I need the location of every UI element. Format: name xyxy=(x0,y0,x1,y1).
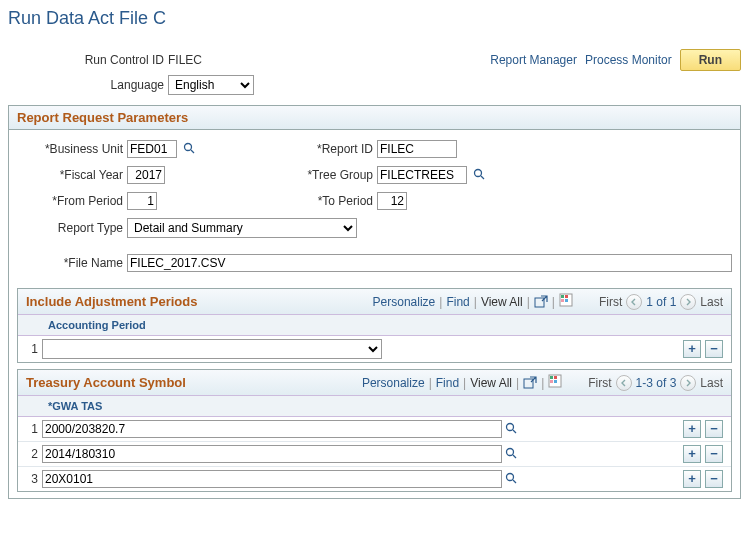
svg-rect-12 xyxy=(550,376,553,379)
report-manager-link[interactable]: Report Manager xyxy=(490,53,577,67)
adjustment-grid-title: Include Adjustment Periods xyxy=(26,294,197,309)
add-row-button[interactable]: + xyxy=(683,340,701,358)
report-id-input[interactable] xyxy=(377,140,457,158)
add-row-button[interactable]: + xyxy=(683,420,701,438)
nav-counter: 1 of 1 xyxy=(646,295,676,309)
svg-line-21 xyxy=(513,480,516,483)
page-title: Run Data Act File C xyxy=(8,8,741,29)
lookup-icon[interactable] xyxy=(505,447,517,462)
svg-rect-10 xyxy=(524,379,533,388)
svg-rect-13 xyxy=(554,376,557,379)
report-request-parameters-group: Report Request Parameters *Business Unit… xyxy=(8,105,741,499)
svg-rect-15 xyxy=(554,380,557,383)
tree-group-label: *Tree Group xyxy=(267,168,377,182)
svg-line-1 xyxy=(191,150,194,153)
report-type-select[interactable]: Detail and Summary xyxy=(127,218,357,238)
gwa-tas-input[interactable] xyxy=(42,420,502,438)
file-name-label: *File Name xyxy=(17,256,127,270)
file-name-input[interactable] xyxy=(127,254,732,272)
prev-button[interactable] xyxy=(616,375,632,391)
next-button[interactable] xyxy=(680,294,696,310)
language-select[interactable]: English xyxy=(168,75,254,95)
nav-counter: 1-3 of 3 xyxy=(636,376,677,390)
delete-row-button[interactable]: − xyxy=(705,445,723,463)
accounting-period-select[interactable] xyxy=(42,339,382,359)
to-period-input[interactable] xyxy=(377,192,407,210)
delete-row-button[interactable]: − xyxy=(705,470,723,488)
personalize-link[interactable]: Personalize xyxy=(362,376,425,390)
process-monitor-link[interactable]: Process Monitor xyxy=(585,53,672,67)
row-number: 2 xyxy=(22,447,42,461)
to-period-label: *To Period xyxy=(267,194,377,208)
lookup-icon[interactable] xyxy=(505,472,517,487)
svg-rect-6 xyxy=(561,295,564,298)
svg-point-2 xyxy=(475,170,482,177)
svg-point-20 xyxy=(507,473,514,480)
last-label: Last xyxy=(700,376,723,390)
add-row-button[interactable]: + xyxy=(683,445,701,463)
adjustment-periods-grid: Include Adjustment Periods Personalize |… xyxy=(17,288,732,363)
tas-grid-title: Treasury Account Symbol xyxy=(26,375,186,390)
add-row-button[interactable]: + xyxy=(683,470,701,488)
run-button[interactable]: Run xyxy=(680,49,741,71)
delete-row-button[interactable]: − xyxy=(705,340,723,358)
first-label: First xyxy=(588,376,611,390)
from-period-label: *From Period xyxy=(17,194,127,208)
svg-point-16 xyxy=(507,423,514,430)
grid-row: 1 + − xyxy=(18,417,731,441)
zoom-icon[interactable] xyxy=(523,376,537,390)
accounting-period-header: Accounting Period xyxy=(26,319,146,331)
business-unit-label: *Business Unit xyxy=(17,142,127,156)
row-number: 3 xyxy=(22,472,42,486)
svg-line-3 xyxy=(481,176,484,179)
lookup-icon[interactable] xyxy=(473,168,485,183)
lookup-icon[interactable] xyxy=(505,422,517,437)
gwa-tas-input[interactable] xyxy=(42,470,502,488)
lookup-icon[interactable] xyxy=(183,142,195,157)
svg-rect-4 xyxy=(535,298,544,307)
group-header: Report Request Parameters xyxy=(9,106,740,130)
download-icon[interactable] xyxy=(548,374,562,391)
grid-row: 2 + − xyxy=(18,441,731,466)
row-number: 1 xyxy=(22,342,42,356)
business-unit-input[interactable] xyxy=(127,140,177,158)
report-type-label: Report Type xyxy=(17,221,127,235)
prev-button[interactable] xyxy=(626,294,642,310)
row-number: 1 xyxy=(22,422,42,436)
fiscal-year-label: *Fiscal Year xyxy=(17,168,127,182)
svg-rect-7 xyxy=(565,295,568,298)
language-label: Language xyxy=(8,78,168,92)
next-button[interactable] xyxy=(680,375,696,391)
fiscal-year-input[interactable] xyxy=(127,166,165,184)
treasury-account-symbol-grid: Treasury Account Symbol Personalize | Fi… xyxy=(17,369,732,492)
view-all-label: View All xyxy=(481,295,523,309)
first-label: First xyxy=(599,295,622,309)
delete-row-button[interactable]: − xyxy=(705,420,723,438)
grid-row: 3 + − xyxy=(18,466,731,491)
svg-point-18 xyxy=(507,448,514,455)
find-link[interactable]: Find xyxy=(436,376,459,390)
svg-line-19 xyxy=(513,455,516,458)
run-control-id-label: Run Control ID xyxy=(8,53,168,67)
svg-rect-8 xyxy=(561,299,564,302)
gwa-tas-input[interactable] xyxy=(42,445,502,463)
tree-group-input[interactable] xyxy=(377,166,467,184)
find-link[interactable]: Find xyxy=(446,295,469,309)
last-label: Last xyxy=(700,295,723,309)
svg-point-0 xyxy=(185,144,192,151)
gwa-tas-header: *GWA TAS xyxy=(26,400,102,412)
run-control-id-value: FILEC xyxy=(168,53,202,67)
download-icon[interactable] xyxy=(559,293,573,310)
svg-rect-14 xyxy=(550,380,553,383)
view-all-label: View All xyxy=(470,376,512,390)
zoom-icon[interactable] xyxy=(534,295,548,309)
personalize-link[interactable]: Personalize xyxy=(373,295,436,309)
svg-rect-9 xyxy=(565,299,568,302)
from-period-input[interactable] xyxy=(127,192,157,210)
grid-row: 1 + − xyxy=(18,336,731,362)
svg-line-17 xyxy=(513,430,516,433)
report-id-label: *Report ID xyxy=(267,142,377,156)
